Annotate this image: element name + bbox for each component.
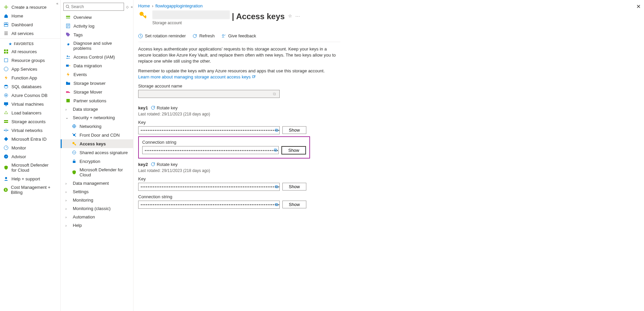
chevron-right-icon: ›	[65, 190, 70, 194]
reveal-icon[interactable]: ⧉	[275, 202, 278, 207]
nav-monitoring-classic[interactable]: ›Monitoring (classic)	[61, 204, 133, 213]
nav-app-services[interactable]: App Services	[0, 65, 60, 73]
svg-point-20	[4, 154, 8, 159]
nav-vnet[interactable]: Virtual networks	[0, 126, 60, 135]
nav-entra[interactable]: Microsoft Entra ID	[0, 135, 60, 143]
nav-encryption[interactable]: Encryption	[61, 157, 133, 166]
chevron-right-icon: ›	[65, 223, 70, 228]
nav-automation[interactable]: ›Automation	[61, 213, 133, 221]
show-key1-button[interactable]: Show	[282, 126, 306, 134]
svg-rect-40	[73, 161, 75, 163]
nav-all-resources[interactable]: All resources	[0, 47, 60, 56]
nav-data-mgmt[interactable]: ›Data management	[61, 179, 133, 187]
reveal-icon[interactable]: ⧉	[275, 128, 278, 133]
storage-account-field[interactable]: ⧉	[138, 90, 280, 98]
chevron-right-icon: ›	[65, 198, 70, 202]
nav-lb[interactable]: Load balancers	[0, 108, 60, 117]
more-icon[interactable]: ···	[296, 13, 300, 19]
close-blade-icon[interactable]: ✕	[636, 3, 641, 10]
puzzle-icon	[65, 98, 71, 103]
svg-point-18	[7, 130, 8, 131]
nav-browser[interactable]: Storage browser	[61, 79, 133, 88]
svg-rect-30	[66, 65, 69, 67]
nav-access-keys[interactable]: Access keys	[61, 139, 133, 148]
show-key2-conn-button[interactable]: Show	[282, 201, 306, 208]
refresh-button[interactable]: Refresh	[192, 33, 215, 38]
nav-mover[interactable]: Storage Mover	[61, 88, 133, 96]
nav-events[interactable]: Events	[61, 70, 133, 79]
svg-rect-6	[4, 52, 6, 54]
svg-point-24	[66, 5, 69, 8]
favorite-icon[interactable]: ☆	[288, 13, 292, 19]
overview-icon	[65, 14, 71, 20]
cdn-icon	[71, 132, 77, 138]
collapse-blade-icon[interactable]: «	[131, 5, 133, 9]
reveal-icon[interactable]: ⧉	[275, 184, 278, 189]
nav-networking[interactable]: Networking	[61, 122, 133, 131]
nav-settings[interactable]: ›Settings	[61, 187, 133, 196]
nav-dashboard[interactable]: Dashboard	[0, 20, 60, 29]
nav-cost[interactable]: $Cost Management + Billing	[0, 183, 60, 197]
key2-value-field[interactable]: ●●●●●●●●●●●●●●●●●●●●●●●●●●●●●●●●●●●●●●●●…	[138, 183, 280, 191]
nav-monitoring[interactable]: ›Monitoring	[61, 196, 133, 204]
nav-advisor[interactable]: Advisor	[0, 152, 60, 161]
nav-create-resource[interactable]: Create a resource	[0, 3, 60, 11]
expand-icon[interactable]: ◇	[126, 5, 129, 9]
nav-overview[interactable]: Overview	[61, 13, 133, 22]
nav-iam[interactable]: Access Control (IAM)	[61, 53, 133, 61]
nav-frontdoor[interactable]: Front Door and CDN	[61, 131, 133, 139]
wrench-icon	[65, 43, 71, 48]
resource-search[interactable]	[63, 3, 124, 11]
nav-data-storage[interactable]: ›Data storage	[61, 105, 133, 113]
key2-conn-field[interactable]: ●●●●●●●●●●●●●●●●●●●●●●●●●●●●●●●●●●●●●●●●…	[138, 201, 280, 209]
show-key1-conn-button[interactable]: Show	[281, 146, 306, 154]
svg-point-29	[69, 56, 70, 57]
key1-value-field[interactable]: ●●●●●●●●●●●●●●●●●●●●●●●●●●●●●●●●●●●●●●●●…	[138, 126, 280, 134]
nav-cosmos[interactable]: Azure Cosmos DB	[0, 91, 60, 100]
key1-conn-field[interactable]: ●●●●●●●●●●●●●●●●●●●●●●●●●●●●●●●●●●●●●●●●…	[142, 146, 279, 154]
cosmos-icon	[3, 93, 9, 98]
show-key2-button[interactable]: Show	[282, 183, 306, 191]
copy-icon[interactable]: ⧉	[271, 92, 277, 96]
reveal-icon[interactable]: ⧉	[274, 147, 277, 153]
nav-partner[interactable]: Partner solutions	[61, 96, 133, 105]
nav-function-app[interactable]: Function App	[0, 73, 60, 82]
learn-more-link[interactable]: Learn more about managing storage accoun…	[138, 74, 255, 79]
nav-migration[interactable]: Data migration	[61, 61, 133, 70]
nav-defender-sub[interactable]: Microsoft Defender for Cloud	[61, 166, 133, 179]
chevron-right-icon: ›	[152, 3, 153, 8]
nav-storage[interactable]: Storage accounts	[0, 117, 60, 126]
nav-sas[interactable]: Shared access signature	[61, 148, 133, 157]
nav-help[interactable]: Help + support	[0, 174, 60, 183]
set-rotation-button[interactable]: Set rotation reminder	[138, 33, 186, 38]
svg-rect-2	[6, 23, 8, 24]
nav-monitor[interactable]: Monitor	[0, 143, 60, 152]
nav-tags[interactable]: Tags	[61, 30, 133, 39]
svg-text:$: $	[5, 188, 7, 192]
svg-rect-13	[4, 102, 8, 105]
nav-vms[interactable]: Virtual machines	[0, 100, 60, 108]
feedback-button[interactable]: Give feedback	[221, 33, 256, 38]
svg-rect-16	[4, 122, 8, 123]
people-icon	[65, 54, 71, 60]
nav-diagnose[interactable]: Diagnose and solve problems	[61, 39, 133, 53]
entra-icon	[3, 136, 9, 142]
nav-sql[interactable]: SQL databases	[0, 82, 60, 91]
collapse-nav-icon[interactable]: «	[56, 1, 58, 5]
highlighted-connection-string: Connection string ●●●●●●●●●●●●●●●●●●●●●●…	[138, 136, 310, 159]
nav-home[interactable]: Home	[0, 11, 60, 20]
nav-all-services[interactable]: All services	[0, 29, 60, 38]
breadcrumb-home[interactable]: Home	[138, 3, 150, 8]
nav-activity[interactable]: Activity log	[61, 22, 133, 30]
rotate-key2-button[interactable]: Rotate key	[151, 162, 178, 167]
nav-resource-groups[interactable]: Resource groups	[0, 56, 60, 65]
nav-security-group[interactable]: ⌄Security + networking	[61, 113, 133, 122]
cube-icon	[3, 58, 9, 63]
key-label: Key	[138, 176, 637, 181]
search-input[interactable]	[71, 4, 122, 9]
nav-help[interactable]: ›Help	[61, 221, 133, 230]
rotate-key1-button[interactable]: Rotate key	[151, 105, 178, 110]
help-paragraph: Remember to update the keys with any Azu…	[138, 68, 340, 80]
nav-defender[interactable]: Microsoft Defender for Cloud	[0, 161, 60, 174]
breadcrumb-resource[interactable]: flowlogapplogintegration	[155, 3, 203, 8]
